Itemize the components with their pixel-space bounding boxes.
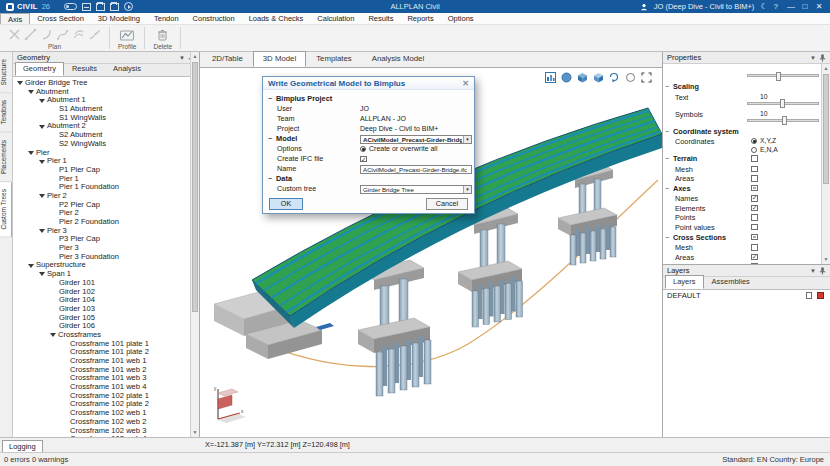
radio-button[interactable] xyxy=(751,147,757,153)
dialog-close-icon[interactable]: ✕ xyxy=(462,77,469,89)
expander-icon[interactable] xyxy=(39,99,45,103)
collapse-icon[interactable]: − xyxy=(665,233,669,243)
scroll-up-icon[interactable]: ▲ xyxy=(191,52,199,61)
tree-item[interactable]: P3 Pier Cap xyxy=(13,235,199,244)
tree-item[interactable]: Pier 1 xyxy=(13,157,199,166)
layer-visibility-checkbox[interactable] xyxy=(806,292,813,299)
delete-axis-icon[interactable] xyxy=(8,28,21,41)
radio-button[interactable] xyxy=(360,146,366,152)
menu-tab-options[interactable]: Options xyxy=(441,13,481,24)
collapse-icon[interactable]: − xyxy=(665,127,669,137)
tree-item[interactable]: Abutment xyxy=(13,88,199,97)
tree-item[interactable]: Superstructure xyxy=(13,261,199,270)
run-icon[interactable] xyxy=(124,2,133,11)
cancel-button[interactable]: Cancel xyxy=(426,198,468,210)
menu-tab-3d-modeling[interactable]: 3D Modeling xyxy=(91,13,147,24)
pin-icon[interactable] xyxy=(819,267,826,275)
viewport-tab-templates[interactable]: Templates xyxy=(306,51,362,67)
expander-icon[interactable] xyxy=(39,160,45,164)
shaded-sphere-icon[interactable] xyxy=(560,71,572,83)
layers-tab-layers[interactable]: Layers xyxy=(665,275,704,289)
tree-item[interactable]: Girder 104 xyxy=(13,296,199,305)
checkbox[interactable] xyxy=(751,166,758,173)
layer-row-default[interactable]: DEFAULT xyxy=(663,290,830,301)
3d-viewport[interactable]: y x Write Geometrical Model to Bimplus ✕… xyxy=(200,68,662,437)
tree-item[interactable]: P2 Pier Cap xyxy=(13,201,199,210)
tree-item[interactable]: Pier 1 Foundation xyxy=(13,183,199,192)
tree-item[interactable]: Pier 2 Foundation xyxy=(13,218,199,227)
viewport-tab-3d-model[interactable]: 3D Model xyxy=(253,51,306,67)
help-icon[interactable]: ? xyxy=(774,2,778,11)
slider-track[interactable] xyxy=(747,102,819,105)
checkbox[interactable] xyxy=(751,244,758,251)
tree-scrollbar[interactable]: ▲ ▼ xyxy=(190,52,199,437)
dropdown-custom-tree[interactable]: Girder Bridge Tree▼ xyxy=(360,185,472,194)
solid-view-icon[interactable] xyxy=(576,71,588,83)
viewport-tab-analysis-model[interactable]: Analysis Model xyxy=(362,51,434,67)
edit-axis-icon[interactable] xyxy=(88,28,101,41)
checkbox[interactable] xyxy=(751,263,758,264)
tree-item[interactable]: S2 Abutment xyxy=(13,131,199,140)
radio-button[interactable] xyxy=(751,138,757,144)
theme-moon-icon[interactable]: ☾ xyxy=(760,2,767,11)
tab-analysis[interactable]: Analysis xyxy=(105,62,149,76)
scroll-down-icon[interactable]: ▼ xyxy=(822,255,830,264)
checkbox[interactable] xyxy=(751,185,758,192)
expander-icon[interactable] xyxy=(50,333,56,337)
tree-item[interactable]: S1 Abutment xyxy=(13,105,199,114)
tree-item[interactable]: Girder 102 xyxy=(13,288,199,297)
slider-thumb[interactable] xyxy=(776,72,781,81)
chevron-down-icon[interactable]: ▼ xyxy=(463,136,471,143)
arc-axis-icon[interactable] xyxy=(40,28,53,41)
tree-item[interactable]: Span 1 xyxy=(13,270,199,279)
menu-tab-construction[interactable]: Construction xyxy=(186,13,242,24)
collapse-icon[interactable]: − xyxy=(665,184,669,194)
collapse-icon[interactable]: − xyxy=(665,154,669,164)
tree-item[interactable]: Pier 3 xyxy=(13,227,199,236)
expander-icon[interactable] xyxy=(28,151,34,155)
slider-thumb[interactable] xyxy=(782,116,787,125)
menu-tab-cross-section[interactable]: Cross Section xyxy=(30,13,91,24)
tab-results[interactable]: Results xyxy=(64,62,105,76)
tab-geometry[interactable]: Geometry xyxy=(15,62,64,76)
checkbox[interactable] xyxy=(751,205,758,212)
collapse-icon[interactable]: − xyxy=(268,174,272,184)
wireframe-view-icon[interactable] xyxy=(592,71,604,83)
ok-button[interactable]: OK xyxy=(269,198,303,210)
minimize-button[interactable]: — xyxy=(784,0,798,13)
toggle-icon[interactable] xyxy=(64,3,77,10)
checkbox[interactable] xyxy=(751,224,758,231)
tree-item[interactable]: Pier 2 xyxy=(13,192,199,201)
radio-option-e-n-a[interactable]: E,N,A xyxy=(751,146,778,155)
tree-item[interactable]: Abutment 1 xyxy=(13,96,199,105)
view-settings-icon[interactable] xyxy=(544,71,556,83)
menu-tab-results[interactable]: Results xyxy=(361,13,400,24)
collapse-icon[interactable]: − xyxy=(665,82,669,92)
expander-icon[interactable] xyxy=(39,229,45,233)
layer-color-swatch[interactable] xyxy=(817,292,824,299)
panel-dropdown-icon[interactable]: ▼ xyxy=(810,55,816,61)
perspective-icon[interactable] xyxy=(624,71,636,83)
chevron-down-icon[interactable]: ▼ xyxy=(463,186,471,193)
tree-item[interactable]: S1 WingWalls xyxy=(13,114,199,123)
scroll-down-icon[interactable]: ▼ xyxy=(191,428,199,437)
checkbox[interactable] xyxy=(751,214,758,221)
tree-item[interactable]: P1 Pier Cap xyxy=(13,166,199,175)
collapse-icon[interactable]: − xyxy=(268,134,272,144)
pin-icon[interactable] xyxy=(819,54,826,62)
fullscreen-icon[interactable] xyxy=(640,71,652,83)
panel-dropdown-icon[interactable]: ▼ xyxy=(810,268,816,274)
vertical-tab-custom-trees[interactable]: Custom Trees xyxy=(0,182,12,237)
slider-thumb[interactable] xyxy=(780,99,785,108)
collapse-icon[interactable]: − xyxy=(268,94,272,104)
text-input-name[interactable]: ACivilModel_Precast-Girder-Bridge.ifc xyxy=(360,165,472,174)
expander-icon[interactable] xyxy=(28,264,34,268)
user-avatar-icon[interactable] xyxy=(640,3,648,11)
checkbox[interactable] xyxy=(360,156,367,163)
menu-tab-calculation[interactable]: Calculation xyxy=(310,13,361,24)
expander-icon[interactable] xyxy=(17,81,23,85)
expander-icon[interactable] xyxy=(39,194,45,198)
tree-item[interactable]: Girder 103 xyxy=(13,305,199,314)
delete-trash-icon[interactable] xyxy=(156,28,169,42)
app-logo[interactable]: CIVIL 26 xyxy=(0,2,56,11)
